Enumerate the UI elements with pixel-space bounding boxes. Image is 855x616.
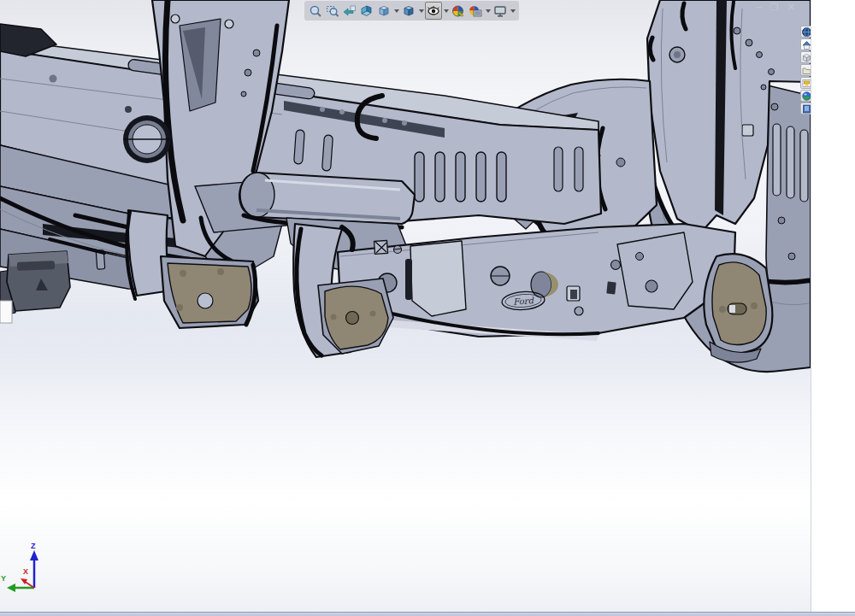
folder-icon xyxy=(802,66,811,75)
previous-view-button[interactable] xyxy=(341,2,358,20)
heads-up-view-toolbar xyxy=(304,1,519,21)
tab-file-explorer[interactable] xyxy=(800,51,811,63)
triad-y-label: Y xyxy=(1,574,6,583)
minimize-icon[interactable]: ─ xyxy=(756,2,762,14)
tab-solidworks-resources[interactable] xyxy=(800,26,811,38)
view-orientation-dropdown[interactable] xyxy=(392,2,400,20)
cross-tube xyxy=(239,173,415,227)
edit-appearance-button[interactable] xyxy=(450,2,467,20)
sphere-icon xyxy=(802,91,811,101)
restore-icon[interactable]: ❐ xyxy=(770,2,779,14)
hide-show-items-dropdown[interactable] xyxy=(442,2,450,20)
color-ball-pencil-icon xyxy=(451,4,465,18)
graphics-viewport[interactable]: Ford xyxy=(0,0,811,612)
document-window-controls: ─ ❐ ✕ xyxy=(756,2,795,14)
magnifier-part-icon xyxy=(309,4,322,18)
triad-x-label: X xyxy=(23,567,28,576)
zoom-to-fit-button[interactable] xyxy=(307,2,324,20)
close-icon[interactable]: ✕ xyxy=(787,2,795,14)
box-icon xyxy=(802,53,811,62)
label-sticker xyxy=(0,301,12,323)
tab-appearances-scenes[interactable] xyxy=(800,90,811,102)
view-settings-button[interactable] xyxy=(492,2,509,20)
task-pane-panel xyxy=(811,0,855,612)
tab-view-palette[interactable] xyxy=(800,77,811,89)
apply-scene-dropdown[interactable] xyxy=(484,2,492,20)
form-icon xyxy=(802,104,811,114)
globe-icon xyxy=(802,27,811,37)
shaded-cube-icon xyxy=(402,4,416,18)
color-ball-scene-icon xyxy=(469,4,482,18)
magnifier-area-icon xyxy=(326,4,339,18)
apply-scene-button[interactable] xyxy=(467,2,484,20)
task-pane-tabs xyxy=(800,26,811,115)
back-arrow-sheet-icon xyxy=(343,4,357,18)
tab-search[interactable] xyxy=(800,64,811,76)
zoom-to-area-button[interactable] xyxy=(324,2,341,20)
tab-design-library[interactable] xyxy=(800,38,811,50)
tab-custom-properties[interactable] xyxy=(800,103,811,114)
section-cut-icon xyxy=(360,4,374,18)
home-icon xyxy=(802,40,811,50)
ford-logo-text: Ford xyxy=(513,296,535,307)
truck-frame-model[interactable]: Ford xyxy=(0,0,811,612)
view-orientation-button[interactable] xyxy=(375,2,392,20)
triad-z-label: Z xyxy=(31,542,36,550)
section-view-button[interactable] xyxy=(358,2,375,20)
hitch-boxes xyxy=(0,251,70,323)
status-bar xyxy=(0,612,855,616)
monitor-icon xyxy=(493,4,507,18)
display-style-button[interactable] xyxy=(400,2,417,20)
view-cube-icon xyxy=(377,4,391,18)
palette-icon xyxy=(802,79,811,88)
eye-icon xyxy=(427,4,440,18)
view-settings-dropdown[interactable] xyxy=(509,2,516,20)
solidworks-window: Ford xyxy=(0,0,855,616)
orientation-triad: Z Y X xyxy=(1,542,38,592)
display-style-dropdown[interactable] xyxy=(417,2,425,20)
hide-show-items-button[interactable] xyxy=(425,2,442,20)
